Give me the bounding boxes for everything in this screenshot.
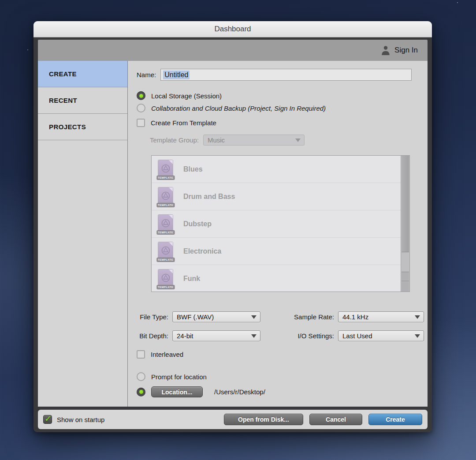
- file-type-value: BWF (.WAV): [177, 313, 214, 321]
- create-panel: Name: Untitled Local Storage (Session) C…: [128, 61, 428, 407]
- chevron-down-icon: [251, 334, 257, 338]
- template-name: Funk: [183, 275, 200, 283]
- bit-depth-label: Bit Depth:: [137, 332, 168, 340]
- chevron-down-icon: [295, 138, 301, 142]
- sample-rate-label: Sample Rate:: [268, 313, 334, 321]
- account-header: Sign In: [38, 40, 428, 61]
- interleaved-checkbox[interactable]: [137, 350, 145, 359]
- io-settings-value: Last Used: [342, 332, 372, 340]
- cancel-label: Cancel: [326, 416, 346, 423]
- template-file-icon: TEMPLATE: [157, 242, 174, 261]
- sign-in-button[interactable]: Sign In: [381, 45, 418, 56]
- template-name: Drum and Bass: [183, 193, 235, 201]
- show-on-startup-label: Show on startup: [57, 416, 104, 423]
- sidebar-item-projects[interactable]: PROJECTS: [38, 114, 127, 140]
- template-list-item[interactable]: TEMPLATE Dubstep: [152, 210, 401, 238]
- sidebar-item-recent[interactable]: RECENT: [38, 87, 127, 114]
- show-on-startup-checkbox[interactable]: ✓: [43, 415, 52, 424]
- template-list-item[interactable]: TEMPLATE Funk: [152, 265, 401, 292]
- template-group-value: Music: [208, 136, 225, 144]
- sidebar-item-label: PROJECTS: [49, 123, 86, 131]
- create-from-template-checkbox[interactable]: [137, 119, 145, 127]
- bit-depth-value: 24-bit: [177, 332, 193, 340]
- chevron-down-icon: [251, 315, 257, 319]
- template-list-item[interactable]: TEMPLATE Drum and Bass: [152, 183, 401, 210]
- template-list-scrollbar[interactable]: [401, 156, 409, 292]
- template-name: Dubstep: [183, 220, 212, 228]
- local-storage-label: Local Storage (Session): [151, 92, 222, 100]
- template-name: Electronica: [183, 247, 221, 255]
- location-path: /Users/r/Desktop/: [214, 388, 265, 396]
- sidebar: CREATE RECENT PROJECTS: [38, 61, 128, 407]
- sample-rate-value: 44.1 kHz: [342, 313, 368, 321]
- template-list: TEMPLATE Blues TEMPLATE Drum and Bass: [151, 155, 410, 292]
- chevron-down-icon: [415, 334, 420, 338]
- prompt-for-location-label: Prompt for location: [151, 373, 207, 381]
- create-label: Create: [386, 416, 405, 423]
- create-button[interactable]: Create: [368, 414, 422, 425]
- template-file-icon: TEMPLATE: [157, 187, 174, 206]
- template-list-item[interactable]: TEMPLATE Blues: [152, 156, 401, 183]
- sample-rate-dropdown[interactable]: 44.1 kHz: [338, 311, 424, 322]
- create-from-template-label: Create From Template: [151, 119, 216, 127]
- sidebar-item-create[interactable]: CREATE: [38, 61, 127, 87]
- name-label: Name:: [137, 71, 156, 79]
- sign-in-label: Sign In: [394, 46, 418, 55]
- scroll-up-button[interactable]: [402, 272, 409, 281]
- scroll-down-button[interactable]: [402, 282, 409, 292]
- sidebar-item-label: RECENT: [49, 97, 77, 104]
- file-type-label: File Type:: [137, 313, 168, 321]
- file-type-dropdown[interactable]: BWF (.WAV): [172, 311, 260, 322]
- session-name-input[interactable]: Untitled: [160, 69, 412, 81]
- template-file-icon: TEMPLATE: [157, 269, 174, 288]
- location-button[interactable]: Location...: [151, 386, 203, 397]
- io-settings-dropdown[interactable]: Last Used: [338, 330, 424, 341]
- open-from-disk-label: Open from Disk...: [238, 416, 289, 423]
- template-group-label: Template Group:: [150, 136, 199, 144]
- footer-bar: ✓ Show on startup Open from Disk... Canc…: [38, 410, 428, 429]
- location-button-label: Location...: [162, 389, 193, 396]
- window-title: Dashboard: [214, 25, 251, 34]
- cancel-button[interactable]: Cancel: [309, 414, 362, 425]
- location-radio[interactable]: [137, 388, 145, 396]
- checkmark-icon: ✓: [45, 414, 52, 424]
- user-icon: [381, 45, 390, 56]
- window-frame: Sign In CREATE RECENT PROJECTS Name:: [33, 37, 432, 432]
- collaboration-label: Collaboration and Cloud Backup (Project,…: [151, 105, 326, 112]
- interleaved-label: Interleaved: [151, 351, 183, 358]
- local-storage-radio[interactable]: [137, 91, 145, 100]
- open-from-disk-button[interactable]: Open from Disk...: [224, 414, 303, 425]
- template-file-icon: TEMPLATE: [157, 215, 174, 233]
- chevron-down-icon: [415, 315, 420, 319]
- bit-depth-dropdown[interactable]: 24-bit: [172, 330, 260, 341]
- io-settings-label: I/O Settings:: [268, 332, 334, 340]
- template-file-icon: TEMPLATE: [157, 160, 174, 179]
- window-titlebar[interactable]: Dashboard: [33, 21, 432, 37]
- prompt-for-location-radio[interactable]: [137, 372, 145, 381]
- scrollbar-thumb[interactable]: [402, 156, 409, 252]
- name-value-selected-text: Untitled: [163, 71, 190, 79]
- template-name: Blues: [183, 165, 203, 173]
- collaboration-radio[interactable]: [137, 104, 145, 112]
- template-group-dropdown[interactable]: Music: [203, 135, 305, 146]
- sidebar-item-label: CREATE: [49, 70, 77, 78]
- dashboard-window: Dashboard Sign In CREATE RECENT P: [33, 21, 432, 432]
- template-list-item[interactable]: TEMPLATE Electronica: [152, 238, 401, 265]
